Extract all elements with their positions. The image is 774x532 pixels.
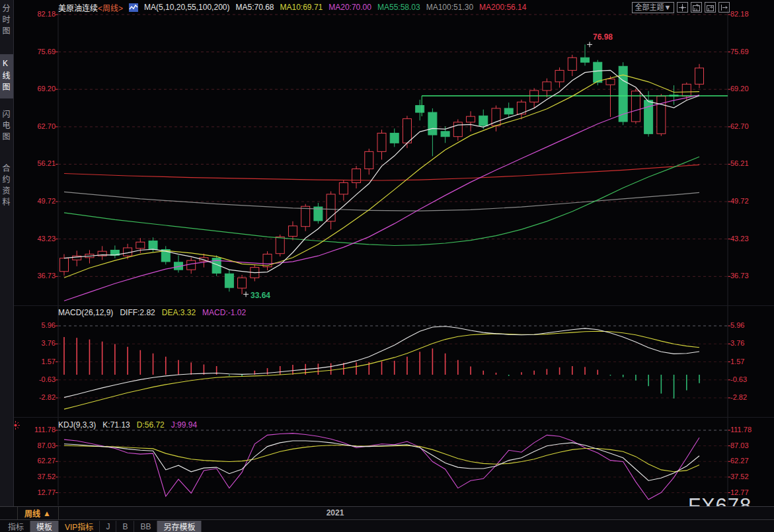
triangle-up-icon: ▲ [43,509,51,518]
y-axis-label: 12.77 [730,488,767,497]
y-axis-label: -0.63 [730,375,767,384]
macd-diff-value: DIFF:2.82 [120,308,155,317]
macd-value: MACD:-1.02 [202,308,246,317]
macd-panel-header: MACD(26,12,9) DIFF:2.82 DEA:3.32 MACD:-1… [58,308,246,317]
ma10-value: MA10:69.71 [280,3,323,12]
y-axis-label: 36.73 [730,272,767,280]
pane-next-icon[interactable] [705,2,716,13]
y-axis-label: 56.21 [730,159,767,168]
y-axis-label: 1.57 [730,358,767,366]
symbol-name: 美原油连续<周线> [58,2,123,13]
ma-settings-label: MA(5,10,20,55,100,200) [144,3,229,12]
y-axis-label: 37.52 [730,473,767,481]
bottom-tab-bar: 指标 模板 VIP指标 J B BB 另存模板 [0,521,774,532]
y-axis-label: 87.03 [15,441,56,450]
y-axis-label: 37.52 [15,473,56,481]
y-axis-label: 43.23 [15,235,56,243]
y-axis-label: -0.63 [15,375,56,384]
y-axis-label: 82.18 [15,10,56,19]
high-price-annotation: 76.98 [593,32,613,42]
chart-app-window: 分时图 K线图 闪电图 合约资料 美原油连续<周线> MA(5,10,20,55… [0,0,774,532]
y-axis-label: 5.96 [15,321,56,330]
sidebar-item-kline-chart[interactable]: K线图 [0,54,13,98]
ma5-line [64,70,699,272]
tab-save-template[interactable]: 另存模板 [157,521,202,532]
j-line [64,434,699,500]
y-axis-label: 69.20 [15,85,56,93]
y-axis-label: 111.78 [730,426,767,434]
y-axis-label: 82.18 [730,10,767,19]
y-axis-label: 12.77 [15,488,56,497]
chart-toolbar-icons [677,2,730,13]
y-axis-label: -2.82 [730,393,767,402]
expand-right-icon[interactable] [718,2,730,13]
y-axis-label: 75.69 [730,48,767,56]
macd-panel [64,326,699,409]
chart-header: 美原油连续<周线> MA(5,10,20,55,100,200) MA5:70.… [58,2,526,13]
y-axis-label: 3.76 [15,339,56,348]
d-line [64,445,699,472]
sidebar-item-time-chart[interactable]: 分时图 [0,4,13,38]
y-axis-label: 1.57 [15,358,56,366]
tab-j[interactable]: J [100,521,116,532]
y-axis-label: 56.21 [15,159,56,168]
kdj-title: KDJ(9,3,3) [58,420,96,430]
kdj-panel-header: KDJ(9,3,3) K:71.13 D:56.72 J:99.94 [58,420,197,430]
y-axis-label: 49.72 [730,197,767,206]
ma100-value: MA100:51.30 [426,3,473,12]
period-label: <周线> [98,4,123,13]
y-axis-label: 49.72 [15,197,56,206]
ma20-line [64,95,699,301]
period-selector-label: 周线 [24,508,40,519]
y-axis-label: -2.82 [15,393,56,402]
tab-vip-indicators[interactable]: VIP指标 [59,521,100,532]
ma20-value: MA20:70.00 [329,3,371,12]
y-axis-label: 62.70 [15,122,56,131]
candlestick-series [60,44,704,294]
kdj-k-value: K:71.13 [102,420,130,430]
moving-average-lines [64,70,699,301]
y-axis-label: 43.23 [730,235,767,243]
low-price-annotation: 33.64 [251,291,270,300]
y-axis-label: 3.76 [730,339,767,348]
tab-bb[interactable]: BB [134,521,157,532]
kline-style-icon[interactable] [129,3,138,12]
ma55-line [64,157,699,245]
y-axis-label: 111.78 [15,426,56,434]
y-axis-label: 75.69 [15,48,56,56]
ma200-value: MA200:56.14 [479,3,526,12]
pane-up-icon[interactable] [691,2,702,13]
crosshair-icon[interactable] [677,2,688,13]
kdj-d-value: D:56.72 [137,420,165,430]
date-row-spacer [0,507,18,519]
kdj-panel [64,434,699,500]
ma55-value: MA55:58.03 [377,3,420,12]
sidebar-item-contract-info[interactable]: 合约资料 [0,164,13,209]
y-axis-label: 87.03 [730,441,767,450]
symbol-label: 美原油连续 [58,4,98,13]
tab-indicators[interactable]: 指标 [2,521,30,532]
period-selector[interactable]: 周线 ▲ [17,507,59,519]
tab-b[interactable]: B [116,521,134,532]
date-axis-row: 周线 ▲ 2021 [0,506,774,520]
ma200-line [64,165,699,180]
y-axis-label: 5.96 [730,321,767,330]
sidebar-item-flash-chart[interactable]: 闪电图 [0,110,13,143]
theme-select-button[interactable]: 全部主题▼ [632,2,674,13]
sidebar: 分时图 K线图 闪电图 合约资料 [0,0,14,506]
tab-template[interactable]: 模板 [30,521,59,532]
macd-dea-value: DEA:3.32 [162,308,196,317]
x-axis-year-label: 2021 [322,508,348,517]
y-axis-label: 62.70 [730,122,767,131]
y-axis-label: 36.73 [15,272,56,280]
ma5-value: MA5:70.68 [235,3,274,12]
y-axis-label: 62.27 [15,457,56,465]
y-axis-label: 69.20 [730,85,767,93]
chart-canvas[interactable] [0,0,774,532]
kdj-j-value: J:99.94 [171,420,197,430]
macd-title: MACD(26,12,9) [58,308,113,317]
y-axis-label: 62.27 [730,457,767,465]
